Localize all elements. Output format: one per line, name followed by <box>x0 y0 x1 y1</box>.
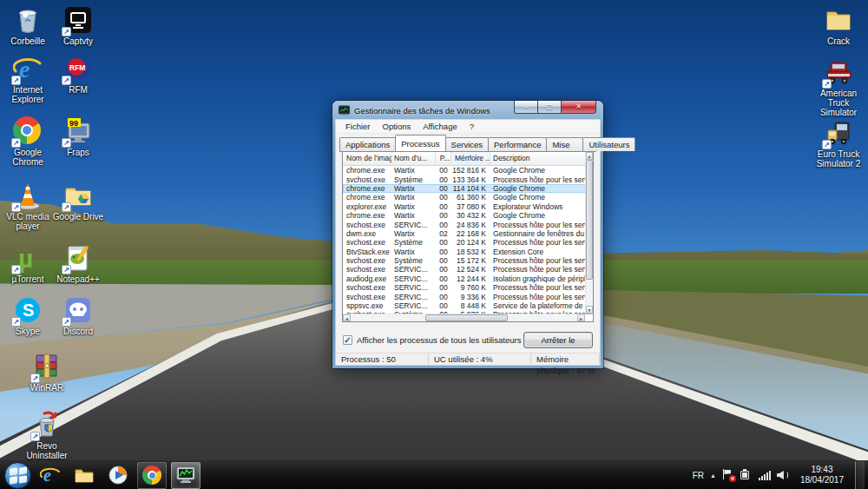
process-row[interactable]: svchost.exe SERVIC... 00 9 760 K Process… <box>343 283 593 292</box>
taskbar-task-manager[interactable] <box>171 462 201 489</box>
process-memory: 37 080 K <box>451 202 490 211</box>
process-cpu: 00 <box>436 211 451 220</box>
show-all-processes-row: ✓ Afficher les processus de tous les uti… <box>343 331 593 349</box>
american-truck-simulator-icon: ↗ <box>824 57 853 87</box>
tab-services[interactable]: Services <box>445 137 489 151</box>
desktop-icon-crack-folder[interactable]: Crack <box>811 5 866 46</box>
show-hidden-icons-icon[interactable]: ▲ <box>710 472 716 479</box>
scroll-down-icon[interactable]: ▼ <box>586 306 593 314</box>
column-header-image-name[interactable]: Nom de l'image <box>343 152 392 165</box>
window-client-area: Fichier Options Affichage ? Applications… <box>336 120 600 365</box>
desktop-icon-euro-truck-simulator-2[interactable]: ↗ Euro Truck Simulator 2 <box>811 118 866 169</box>
tab-utilisateurs[interactable]: Utilisateurs <box>582 137 635 151</box>
menu-help[interactable]: ? <box>464 121 479 132</box>
process-image-name: chrome.exe <box>343 211 392 220</box>
process-row[interactable]: sppsvc.exe SERVIC... 00 8 448 K Service … <box>343 301 593 310</box>
network-signal-icon[interactable] <box>759 469 771 481</box>
taskbar-windows-media-player[interactable] <box>103 462 133 489</box>
column-header-user[interactable]: Nom d'u... <box>392 152 436 165</box>
process-cpu: 00 <box>436 221 451 229</box>
process-user: Système <box>392 175 436 184</box>
start-button[interactable] <box>4 462 31 489</box>
desktop-icon-utorrent[interactable]: µ ↗ µTorrent <box>0 243 56 284</box>
menu-options[interactable]: Options <box>378 121 417 132</box>
process-row[interactable]: chrome.exe Wartix 00 30 432 K Google Chr… <box>343 211 593 220</box>
process-row[interactable]: dwm.exe Wartix 02 22 168 K Gestionnaire … <box>343 229 593 238</box>
process-row[interactable]: svchost.exe SERVIC... 00 24 836 K Proces… <box>343 220 593 228</box>
tab-processus[interactable]: Processus <box>395 135 445 151</box>
show-all-processes-checkbox[interactable]: ✓ <box>343 335 352 345</box>
shortcut-arrow-icon: ↗ <box>11 317 21 327</box>
menu-fichier[interactable]: Fichier <box>340 121 376 132</box>
show-desktop-button[interactable] <box>855 461 865 489</box>
process-row[interactable]: chrome.exe Wartix 00 61 360 K Google Chr… <box>343 193 593 202</box>
taskbar-clock[interactable]: 19:43 18/04/2017 <box>795 465 849 486</box>
process-description: Processus hôte pour les services W <box>490 265 593 274</box>
recycle-bin-icon <box>13 5 43 35</box>
process-row[interactable]: BtvStack.exe Wartix 00 18 532 K Extensio… <box>343 248 593 256</box>
process-row[interactable]: svchost.exe Système 00 133 364 K Process… <box>343 175 593 183</box>
winrar-icon: ↗ <box>32 352 62 381</box>
status-bar: Processus : 50 UC utilisée : 4% Mémoire … <box>336 353 600 365</box>
column-header-memory[interactable]: ▾Mémoire ... <box>451 152 490 165</box>
close-button[interactable]: ✕ <box>562 101 596 114</box>
process-row[interactable]: explorer.exe Wartix 00 37 080 K Explorat… <box>343 202 593 211</box>
desktop-icon-notepad-plus-plus[interactable]: ↗ Notepad++ <box>50 243 106 284</box>
taskbar-google-chrome[interactable] <box>137 462 167 489</box>
battery-icon[interactable] <box>740 469 753 481</box>
scroll-up-icon[interactable]: ▲ <box>586 152 593 160</box>
desktop-icon-rfm[interactable]: RFM ↗ RFM <box>50 54 106 95</box>
tab-applications[interactable]: Applications <box>339 137 396 151</box>
desktop-icon-revo-uninstaller[interactable]: ↗ Revo Uninstaller <box>19 410 75 460</box>
desktop-icon-internet-explorer[interactable]: e ↗ Internet Explorer <box>0 54 56 104</box>
maximize-button[interactable]: ▢ <box>538 101 562 114</box>
folder-icon <box>824 5 853 35</box>
process-cpu: 00 <box>436 301 451 310</box>
horizontal-scrollbar-thumb[interactable] <box>425 314 508 321</box>
process-user: SERVIC... <box>392 221 436 229</box>
process-user: Système <box>392 238 436 247</box>
language-indicator[interactable]: FR <box>693 471 704 480</box>
menu-affichage[interactable]: Affichage <box>418 121 462 132</box>
svg-text:99: 99 <box>69 119 78 128</box>
chrome-icon: ↗ <box>13 116 43 146</box>
taskbar-windows-explorer[interactable] <box>69 462 99 489</box>
desktop-icon-google-chrome[interactable]: ↗ Google Chrome <box>0 116 56 167</box>
column-header-cpu[interactable]: P... <box>436 152 451 165</box>
scroll-right-icon[interactable]: ► <box>577 314 585 321</box>
process-memory: 9 336 K <box>451 293 490 301</box>
process-row[interactable]: chrome.exe Wartix 00 114 104 K Google Ch… <box>343 184 593 193</box>
column-header-description[interactable]: Description <box>490 152 585 165</box>
vertical-scrollbar[interactable]: ▲ ▼ <box>585 152 593 314</box>
scroll-left-icon[interactable]: ◄ <box>343 314 351 321</box>
minimize-button[interactable]: – <box>514 101 538 114</box>
desktop-icon-american-truck-simulator[interactable]: ↗ American Truck Simulator <box>811 57 866 117</box>
process-cpu: 00 <box>436 175 451 184</box>
process-row[interactable]: svchost.exe Système 00 15 172 K Processu… <box>343 256 593 265</box>
process-description: Explorateur Windows <box>490 202 593 211</box>
desktop-icon-label: Google Drive <box>50 212 106 221</box>
end-process-button[interactable]: Arrêter le processus <box>523 332 593 348</box>
shortcut-arrow-icon: ↗ <box>62 138 71 148</box>
desktop-icon-vlc[interactable]: ↗ VLC media player <box>0 181 56 231</box>
process-row[interactable]: svchost.exe SERVIC... 00 12 524 K Proces… <box>343 265 593 274</box>
action-center-flag-icon[interactable]: ✕ <box>722 469 734 481</box>
process-row[interactable]: svchost.exe Système 00 20 124 K Processu… <box>343 238 593 247</box>
tab-mise-en-reseau[interactable]: Mise en réseau <box>546 137 583 151</box>
process-row[interactable]: chrome.exe Wartix 00 152 816 K Google Ch… <box>343 166 593 175</box>
speaker-icon[interactable] <box>777 469 789 481</box>
desktop-icon-skype[interactable]: S ↗ Skype <box>0 295 56 336</box>
desktop-icon-discord[interactable]: ↗ Discord <box>50 295 106 336</box>
process-cpu: 00 <box>436 202 451 211</box>
desktop-icon-fraps[interactable]: 99 ↗ Fraps <box>50 116 106 157</box>
desktop-icon-google-drive[interactable]: ↗ Google Drive <box>50 181 106 221</box>
vertical-scrollbar-thumb[interactable] <box>586 160 593 280</box>
process-row[interactable]: audiodg.exe SERVIC... 00 12 244 K Isolat… <box>343 274 593 283</box>
taskbar-internet-explorer[interactable]: e <box>36 462 65 489</box>
tab-performance[interactable]: Performance <box>488 137 547 151</box>
horizontal-scrollbar[interactable]: ◄ ► <box>343 314 585 321</box>
desktop-icon-captvty[interactable]: ↗ Captvty <box>50 5 106 46</box>
desktop-icon-corbeille[interactable]: Corbeille <box>0 5 56 46</box>
desktop-icon-winrar[interactable]: ↗ WinRAR <box>19 352 75 393</box>
process-row[interactable]: svchost.exe SERVIC... 00 9 336 K Process… <box>343 292 593 301</box>
